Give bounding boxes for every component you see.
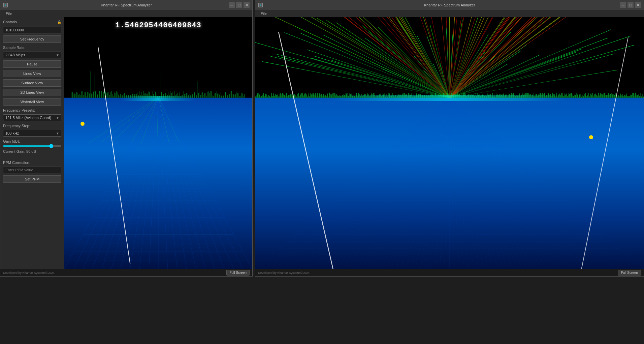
maximize-btn-left[interactable]: □ (236, 2, 242, 8)
marker-dot-right (589, 135, 593, 139)
left-footer-bar: Developed by Khanfar Systems©2025 Full S… (0, 269, 252, 276)
fullscreen-btn-right[interactable]: Full Screen (618, 270, 641, 276)
set-ppm-btn[interactable]: Set PPM (3, 175, 61, 183)
left-title-bar: Khanfar RF Spectrum Analyzer ─ □ ✕ (0, 0, 252, 10)
maximize-btn-right[interactable]: □ (627, 2, 634, 8)
file-menu-left[interactable]: File (3, 11, 14, 16)
freq-step-select[interactable]: 100 kHz (3, 130, 61, 137)
sample-rate-select[interactable]: 2.048 MSps (3, 52, 61, 58)
right-title-bar: Khanfar RF Spectrum Analyzer ─ □ ✕ (255, 0, 644, 10)
frequency-input[interactable] (3, 27, 61, 33)
left-canvas-area: 1.5462954406409843 (64, 17, 252, 269)
gain-slider-wrap (3, 145, 61, 147)
right-window-controls: ─ □ ✕ (620, 2, 641, 8)
frequency-reading-left: 1.5462954406409843 (115, 21, 201, 30)
sidebar-divider (3, 157, 61, 157)
marker-dot-left (80, 122, 85, 126)
left-window-body: Controls 🔒 Set Frequency Sample Rate: 2.… (0, 17, 252, 269)
right-canvas-area (255, 17, 644, 269)
pause-btn[interactable]: Pause (3, 60, 61, 68)
gain-slider[interactable] (3, 145, 61, 147)
freq-presets-label: Frequency Presets: (3, 108, 61, 112)
current-gain-label: Current Gain: 50 dB (3, 149, 61, 153)
spectrum-canvas-left[interactable] (64, 17, 252, 269)
freq-step-label: Frequency Step: (3, 124, 61, 128)
left-menu-bar: File (0, 10, 252, 17)
spectrum-canvas-right[interactable] (255, 17, 644, 269)
set-frequency-btn[interactable]: Set Frequency (3, 35, 61, 43)
left-window-title: Khanfar RF Spectrum Analyzer (101, 3, 152, 7)
file-menu-right[interactable]: File (258, 11, 269, 16)
window-right: Khanfar RF Spectrum Analyzer ─ □ ✕ File … (255, 0, 644, 277)
left-window-controls: ─ □ ✕ (229, 2, 250, 8)
right-footer-bar: Developed by Khanfar Systems©2025 Full S… (255, 269, 644, 276)
window-left: Khanfar RF Spectrum Analyzer ─ □ ✕ File … (0, 0, 253, 277)
ppm-label: PPM Correction: (3, 161, 61, 165)
left-window-icon (3, 3, 8, 7)
freq-step-wrap: 100 kHz ▼ (3, 130, 61, 137)
controls-section-title: Controls 🔒 (3, 20, 61, 24)
left-sidebar: Controls 🔒 Set Frequency Sample Rate: 2.… (0, 17, 64, 269)
lock-icon: 🔒 (57, 20, 61, 24)
surface-view-btn[interactable]: Surface View (3, 79, 61, 87)
waterfall-view-btn[interactable]: Waterfall View (3, 98, 61, 106)
gain-label: Gain (dB): (3, 139, 61, 143)
left-footer-credit: Developed by Khanfar Systems©2025 (3, 271, 55, 275)
app-container: Khanfar RF Spectrum Analyzer ─ □ ✕ File … (0, 0, 644, 344)
close-btn-right[interactable]: ✕ (635, 2, 641, 8)
2d-lines-view-btn[interactable]: 2D Lines View (3, 89, 61, 96)
right-footer-credit: Developed by Khanfar Systems©2025 (258, 271, 310, 275)
ppm-input[interactable] (3, 167, 61, 173)
minimize-btn-left[interactable]: ─ (229, 2, 235, 8)
sample-rate-wrap: 2.048 MSps ▼ (3, 52, 61, 58)
sample-rate-label: Sample Rate: (3, 46, 61, 50)
fullscreen-btn-left[interactable]: Full Screen (226, 270, 250, 276)
minimize-btn-right[interactable]: ─ (620, 2, 626, 8)
lines-view-btn[interactable]: Lines View (3, 70, 61, 77)
right-window-title: Khanfar RF Spectrum Analyzer (424, 3, 475, 7)
right-window-icon (258, 3, 263, 7)
close-btn-left[interactable]: ✕ (244, 2, 250, 8)
freq-presets-wrap: 121.5 MHz (Aviation Guard) ▼ (3, 114, 61, 121)
right-menu-bar: File (255, 10, 644, 17)
freq-presets-select[interactable]: 121.5 MHz (Aviation Guard) (3, 114, 61, 121)
